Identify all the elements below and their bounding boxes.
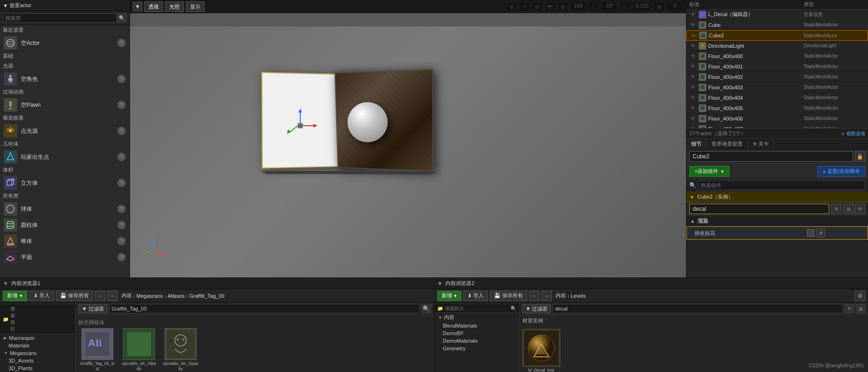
actor-item-cylinder[interactable]: 圆柱体 ? [0, 217, 130, 233]
cb1-filter-search-btn[interactable]: 🔍 [422, 304, 431, 313]
tab-world[interactable]: 世界场景设置 [707, 139, 748, 149]
cb1-filter-btn[interactable]: ▼ 过滤器 [78, 304, 107, 313]
actor-item-pointlight[interactable]: 点光源 ? [0, 123, 130, 139]
bread-atlases[interactable]: Atlases [168, 293, 185, 299]
actor-info-character[interactable]: ? [117, 75, 126, 83]
outliner-row-dirlight[interactable]: 👁 ☀ DirectionalLight DirectionalLight [686, 41, 868, 51]
add-component-btn[interactable]: +添加组件 ▼ [689, 166, 729, 177]
actor-item-spawn[interactable]: 玩家出生点 ? [0, 149, 130, 165]
bread-graffiti[interactable]: Graffiti_Tag_00 [189, 293, 224, 299]
cb2-back-btn[interactable]: ← [529, 291, 539, 301]
actor-item-cube[interactable]: 立方体 ? [0, 175, 130, 191]
cb2-filter-clear-btn[interactable]: ✕ [844, 304, 854, 313]
actor-info-pointlight[interactable]: ? [117, 127, 126, 135]
outliner-row-floor400[interactable]: 👁 ⬛ Floor_400x400 StaticMeshActor [686, 51, 868, 61]
cb1-path-input[interactable] [17, 317, 76, 322]
actor-info-spawn[interactable]: ? [117, 153, 126, 161]
cb2-forward-btn[interactable]: → [541, 291, 552, 301]
cb1-filter-input[interactable] [109, 304, 420, 313]
asset-material-decal[interactable]: M_Decal_Inst [522, 329, 560, 372]
actor-info-cube[interactable]: ? [117, 179, 126, 187]
blueprint-btn[interactable]: ⬥ 蓝图/添加脚本 [817, 166, 865, 177]
tree2-content[interactable]: ▼ 内容 [434, 313, 519, 322]
actor-search-input[interactable] [3, 13, 117, 23]
cb2-new-btn[interactable]: 新增 ▼ [437, 291, 462, 301]
details-name-input[interactable] [689, 151, 853, 162]
cb1-save-btn[interactable]: 💾 保存所有 [56, 291, 93, 301]
cb1-forward-btn[interactable]: → [107, 291, 118, 301]
tree-megascans[interactable]: ▼ Megascans [0, 349, 75, 357]
lighting-btn[interactable]: 光照 [165, 1, 184, 12]
bread-content1[interactable]: 内容 [122, 292, 132, 299]
actor-info-btn[interactable]: ? [117, 39, 126, 47]
category-recent[interactable]: 最近放置 [0, 25, 130, 35]
section-render[interactable]: ▲ 渲染 [686, 216, 868, 226]
viewport-canvas[interactable]: Z X Y [130, 13, 686, 277]
comp-search-input[interactable] [698, 181, 865, 190]
tree2-demobp[interactable]: DemoBP [434, 329, 519, 337]
category-visual[interactable]: 视觉效果 [0, 113, 130, 123]
outliner-row-floor402[interactable]: 👁 ⬛ Floor_400x402 StaticMeshActor [686, 72, 868, 82]
outliner-row-floor403[interactable]: 👁 ⬛ Floor_400x403 StaticMeshActor [686, 82, 868, 93]
tree2-blendmat[interactable]: BlendMaterials [434, 322, 519, 329]
view-options-btn[interactable]: ⊙ 视图选项 [841, 130, 865, 137]
actor-item-empty-character[interactable]: 空角色 ? [0, 71, 130, 87]
asset-graffiti-inst[interactable]: Ati Graffiti_Tag_00_inst [78, 328, 116, 372]
actor-item-pawn[interactable]: 空Pawn ? [0, 97, 130, 113]
cb2-path-input[interactable] [445, 306, 509, 311]
tree2-geometry[interactable]: Geometry [434, 345, 519, 352]
outliner-row-cube[interactable]: 👁 ⬛ Cube StaticMeshActor [686, 20, 868, 30]
tree-mannequin[interactable]: ▶ Mannequin [0, 334, 75, 342]
perspective-btn[interactable]: 透视 [144, 1, 163, 12]
tree2-demomat[interactable]: DemoMaterials [434, 337, 519, 345]
bread-levels[interactable]: Levels [571, 293, 586, 299]
outliner-row-floor404[interactable]: 👁 ⬛ Floor_400x404 StaticMeshActor [686, 93, 868, 103]
cb2-save-btn[interactable]: 💾 保存所有 [490, 291, 527, 301]
show-btn[interactable]: 显示 [186, 1, 205, 12]
actor-info-cylinder[interactable]: ? [117, 221, 126, 229]
actor-search-button[interactable]: 🔍 [117, 13, 127, 23]
bread-content2[interactable]: 内容 [556, 292, 566, 299]
tree-3dplants[interactable]: 3D_Plants [0, 364, 75, 372]
category-volume[interactable]: 体积 [0, 165, 130, 175]
actor-info-pawn[interactable]: ? [117, 101, 126, 109]
actor-item-sphere[interactable]: 球体 ? [0, 201, 130, 217]
tree-3dassets[interactable]: 3D_Assets [0, 357, 75, 364]
outliner-row-cube2[interactable]: 👁 ⬛ Cube2 StaticMeshActor [686, 30, 868, 41]
actor-item-empty-actor[interactable]: 空Actor ? [0, 35, 130, 51]
lock-btn[interactable]: 🔒 [855, 151, 865, 162]
cb1-new-btn[interactable]: 新增 ▼ [3, 291, 27, 301]
asset-albedo[interactable]: ujznddiv_4K_Albedo [120, 328, 158, 372]
filter-clear-btn[interactable]: ✕ [831, 204, 842, 214]
tab-detail[interactable]: 细节 [686, 139, 707, 149]
prop-checkbox-decal[interactable] [807, 229, 815, 237]
cb1-import-btn[interactable]: ⬇ 导入 [29, 291, 54, 301]
category-basic[interactable]: 基础 [0, 51, 130, 61]
cb2-settings-btn[interactable]: ⚙ [855, 291, 865, 301]
actor-info-cone[interactable]: ? [117, 237, 126, 245]
outliner-row-floor407[interactable]: 👁 ⬛ Floor_400x407 StaticMeshActor [686, 124, 868, 128]
cb2-import-btn[interactable]: ⬇ 导入 [463, 291, 488, 301]
category-all[interactable]: 所有类 [0, 191, 130, 201]
category-cinematic[interactable]: 过场动画 [0, 87, 130, 97]
cb1-back-btn[interactable]: ← [95, 291, 105, 301]
category-geometry[interactable]: 几何体 [0, 139, 130, 149]
actor-info-sphere[interactable]: ? [117, 205, 126, 213]
prop-reset-btn[interactable]: ↺ [816, 229, 825, 237]
actor-info-plane[interactable]: ? [117, 253, 126, 261]
outliner-row-ldecal[interactable]: 👁 L L_Decal（编辑器） 世界场景 [686, 9, 868, 20]
viewport[interactable]: ▼ 透视 光照 显示 ⊕ ↺ ⊞ 📷 ⊞ 100 △ 10° ⤢ 0.125 ⊞… [130, 0, 686, 277]
actor-item-plane[interactable]: 平面 ? [0, 249, 130, 265]
outliner-row-floor405[interactable]: 👁 ⬛ Floor_400x405 StaticMeshActor [686, 103, 868, 113]
tree-materials[interactable]: Materials [0, 342, 75, 349]
actor-item-cone[interactable]: 锥体 ? [0, 233, 130, 249]
bread-megascans[interactable]: Megascans [137, 293, 163, 299]
cb2-filter-input[interactable] [553, 304, 842, 313]
filter-eye-btn[interactable]: ⊞ [843, 204, 854, 214]
filter-list-btn[interactable]: 👁 [855, 204, 865, 214]
filter-input[interactable] [689, 204, 829, 214]
cb2-view-btn[interactable]: ⊞ [856, 304, 865, 313]
viewport-dropdown-btn[interactable]: ▼ [133, 2, 142, 11]
asset-opacity[interactable]: ujznddiv_4K_Opacity [162, 328, 200, 372]
outliner-row-floor406[interactable]: 👁 ⬛ Floor_400x406 StaticMeshActor [686, 113, 868, 124]
